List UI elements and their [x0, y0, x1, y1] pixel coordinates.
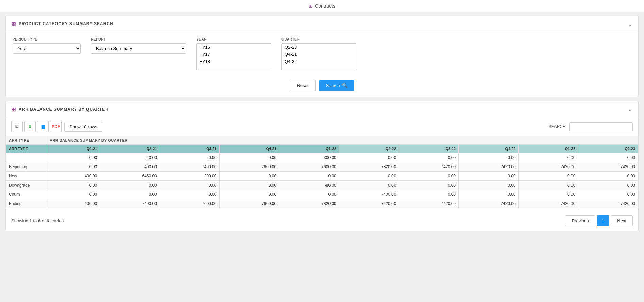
csv-button[interactable]: ≣	[37, 121, 49, 132]
quarter-label: QUARTER	[281, 37, 356, 41]
search-panel: ⊞ PRODUCT CATEGORY SUMMARY SEARCH ⌄ PERI…	[5, 16, 639, 97]
search-panel-title: ⊞ PRODUCT CATEGORY SUMMARY SEARCH	[11, 21, 113, 27]
table-cell: 0.00	[339, 181, 399, 190]
table-cell: 0.00	[100, 181, 160, 190]
results-panel-collapse[interactable]: ⌄	[628, 106, 633, 113]
table-cell: -80.00	[279, 181, 339, 190]
table-cell: Downgrade	[6, 181, 47, 190]
table-cell: 7600.00	[160, 199, 220, 208]
period-type-select[interactable]: Year Quarter Month	[13, 43, 81, 54]
previous-button[interactable]: Previous	[565, 215, 595, 226]
table-cell	[6, 153, 47, 162]
pagination-controls: Previous 1 Next	[565, 215, 633, 226]
table-cell: 0.00	[578, 190, 638, 199]
table-cell: 0.00	[160, 181, 220, 190]
page-1-button[interactable]: 1	[597, 215, 609, 226]
search-button[interactable]: Search 🔍	[319, 80, 354, 91]
sub-header-q3-22: Q3-22	[399, 145, 459, 153]
search-button-label: Search	[326, 83, 340, 88]
results-panel: ⊞ ARR BALANCE SUMMARY BY QUARTER ⌄ ⧉ X ≣…	[5, 101, 639, 231]
table-search-input[interactable]	[569, 122, 633, 131]
toolbar-left: ⧉ X ≣ PDF Show 10 rows	[11, 121, 102, 132]
results-panel-icon: ⊞	[11, 106, 16, 113]
table-cell: 7420.00	[399, 199, 459, 208]
year-label: YEAR	[196, 37, 271, 41]
pdf-button[interactable]: PDF	[50, 121, 62, 132]
table-cell: 0.00	[459, 172, 519, 181]
table-cell: 7600.00	[220, 199, 279, 208]
table-cell: New	[6, 172, 47, 181]
sub-header-q2-22: Q2-22	[339, 145, 399, 153]
copy-button[interactable]: ⧉	[11, 121, 23, 132]
app-title: Contracts	[315, 3, 335, 9]
quarter-listbox[interactable]: Q2-23 Q4-21 Q4-22	[281, 43, 356, 70]
table-cell: 7820.00	[339, 162, 399, 172]
sub-header-q3-21: Q3-21	[160, 145, 220, 153]
table-cell: 0.00	[220, 190, 279, 199]
table-cell: -400.00	[339, 190, 399, 199]
table-cell: 7600.00	[220, 162, 279, 172]
table-cell: 0.00	[47, 190, 100, 199]
table-cell: 0.00	[160, 153, 220, 162]
table-cell: 0.00	[220, 153, 279, 162]
table-row: New400.006460.00200.000.000.000.000.000.…	[6, 172, 638, 181]
pagination-info: Showing 1 to 6 of 6 entries	[11, 218, 64, 223]
table-cell: 0.00	[518, 190, 578, 199]
table-cell: 0.00	[518, 172, 578, 181]
table-cell: 0.00	[399, 181, 459, 190]
table-cell: 7400.00	[160, 162, 220, 172]
period-type-label: PERIOD TYPE	[13, 37, 81, 41]
main-content: ⊞ PRODUCT CATEGORY SUMMARY SEARCH ⌄ PERI…	[0, 12, 644, 238]
year-listbox[interactable]: FY16 FY17 FY18	[196, 43, 271, 70]
table-cell: 0.00	[279, 190, 339, 199]
table-cell: 200.00	[160, 172, 220, 181]
table-cell: Beginning	[6, 162, 47, 172]
csv-icon: ≣	[41, 124, 45, 130]
table-cell: 7420.00	[518, 162, 578, 172]
reset-button[interactable]: Reset	[290, 80, 316, 91]
table-cell: 400.00	[47, 199, 100, 208]
results-panel-header: ⊞ ARR BALANCE SUMMARY BY QUARTER ⌄	[6, 101, 638, 117]
table-cell: 0.00	[220, 181, 279, 190]
table-row: Churn0.000.000.000.000.00-400.000.000.00…	[6, 190, 638, 199]
search-panel-collapse[interactable]: ⌄	[628, 20, 633, 28]
table-cell: 0.00	[220, 172, 279, 181]
copy-icon: ⧉	[15, 124, 19, 130]
show-rows-button[interactable]: Show 10 rows	[64, 122, 102, 132]
table-cell: 7420.00	[399, 162, 459, 172]
table-cell: 0.00	[459, 181, 519, 190]
sub-header-q2-21: Q2-21	[100, 145, 160, 153]
pdf-icon: PDF	[52, 124, 60, 129]
sub-header-q1-21: Q1-21	[47, 145, 100, 153]
table-cell: 540.00	[100, 153, 160, 162]
table-cell: 400.00	[100, 162, 160, 172]
search-panel-header: ⊞ PRODUCT CATEGORY SUMMARY SEARCH ⌄	[6, 16, 638, 32]
table-cell: 7420.00	[578, 162, 638, 172]
table-cell: 0.00	[578, 172, 638, 181]
data-table: ARR TYPE ARR BALANCE SUMMARY BY QUARTER …	[6, 136, 638, 208]
table-cell: 0.00	[47, 162, 100, 172]
table-cell: 6460.00	[100, 172, 160, 181]
contracts-icon: ⊞	[309, 3, 313, 9]
table-cell: 0.00	[47, 181, 100, 190]
search-panel-icon: ⊞	[11, 21, 16, 27]
table-cell: 0.00	[100, 190, 160, 199]
excel-button[interactable]: X	[24, 121, 36, 132]
action-buttons: Reset Search 🔍	[6, 76, 638, 97]
table-container: ARR TYPE ARR BALANCE SUMMARY BY QUARTER …	[6, 136, 638, 211]
table-row: Downgrade0.000.000.000.00-80.000.000.000…	[6, 181, 638, 190]
table-toolbar: ⧉ X ≣ PDF Show 10 rows SEARCH:	[6, 117, 638, 136]
table-cell: 7420.00	[518, 199, 578, 208]
report-label: REPORT	[91, 37, 186, 41]
report-select[interactable]: Balance Summary Movement Summary	[91, 43, 186, 54]
year-group: YEAR FY16 FY17 FY18	[196, 37, 271, 70]
report-group: REPORT Balance Summary Movement Summary	[91, 37, 186, 54]
table-cell: 300.00	[279, 153, 339, 162]
next-button[interactable]: Next	[611, 215, 633, 226]
table-cell: 7420.00	[339, 199, 399, 208]
table-cell: 0.00	[399, 153, 459, 162]
table-cell: 7420.00	[578, 199, 638, 208]
table-cell: 0.00	[518, 181, 578, 190]
table-cell: 0.00	[399, 190, 459, 199]
sub-header-q1-22: Q1-22	[279, 145, 339, 153]
